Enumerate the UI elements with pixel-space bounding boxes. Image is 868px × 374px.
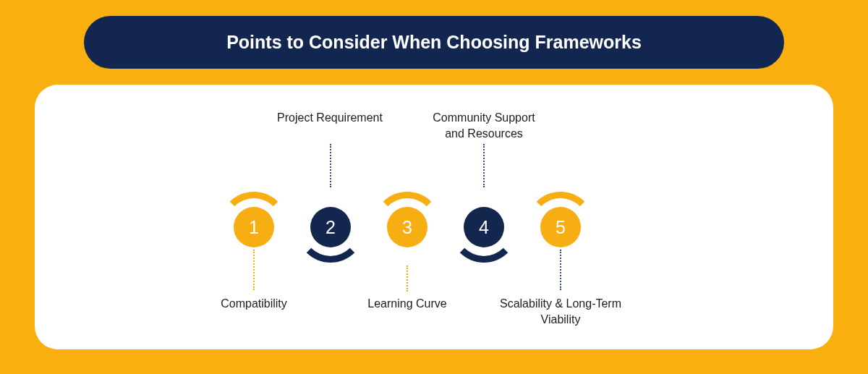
connector-4 xyxy=(483,144,485,187)
node-4: 4 xyxy=(464,207,504,247)
node-3: 3 xyxy=(387,207,427,247)
connector-5 xyxy=(560,250,561,290)
node-1: 1 xyxy=(234,207,274,247)
diagram-card: Project Requirement Community Support an… xyxy=(35,85,833,349)
label-4: Community Support and Resources xyxy=(422,110,545,141)
label-1: Compatibility xyxy=(192,296,315,312)
connector-2 xyxy=(330,144,331,187)
page-title: Points to Consider When Choosing Framewo… xyxy=(84,16,784,69)
connector-1 xyxy=(253,250,255,290)
node-5: 5 xyxy=(540,207,581,247)
label-2: Project Requirement xyxy=(268,110,391,126)
process-diagram: Project Requirement Community Support an… xyxy=(35,85,833,349)
connector-3 xyxy=(407,265,408,292)
label-3: Learning Curve xyxy=(346,296,469,312)
label-5: Scalability & Long-Term Viability xyxy=(499,296,622,327)
node-2: 2 xyxy=(310,207,351,247)
